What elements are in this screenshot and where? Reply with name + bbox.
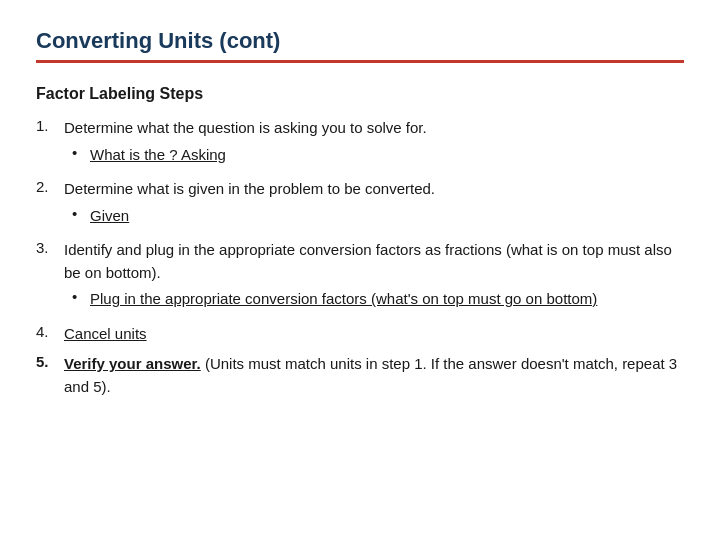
item-text: Determine what the question is asking yo… <box>64 117 684 140</box>
numbered-row: 2. Determine what is given in the proble… <box>36 178 684 201</box>
item-text: Cancel units <box>64 323 684 346</box>
subtitle: Factor Labeling Steps <box>36 85 684 103</box>
numbered-row: 1. Determine what the question is asking… <box>36 117 684 140</box>
list-item: 3. Identify and plug in the appropriate … <box>36 239 684 317</box>
list-item: 1. Determine what the question is asking… <box>36 117 684 172</box>
bullet-text: Plug in the appropriate conversion facto… <box>90 288 684 311</box>
item-text: Identify and plug in the appropriate con… <box>64 239 684 284</box>
bullet-row: • What is the ? Asking <box>36 144 684 167</box>
list-item: 4. Cancel units <box>36 323 684 348</box>
numbered-row: 3. Identify and plug in the appropriate … <box>36 239 684 284</box>
item-number: 5. <box>36 353 64 370</box>
item-number: 3. <box>36 239 64 256</box>
item-number: 1. <box>36 117 64 134</box>
content-list: 1. Determine what the question is asking… <box>36 117 684 406</box>
bullet-text: What is the ? Asking <box>90 144 684 167</box>
bullet-symbol: • <box>72 144 90 161</box>
numbered-row: 4. Cancel units <box>36 323 684 346</box>
item-text: Verify your answer. (Units must match un… <box>64 353 684 398</box>
title-section: Converting Units (cont) <box>36 28 684 77</box>
item-number: 2. <box>36 178 64 195</box>
numbered-row: 5. Verify your answer. (Units must match… <box>36 353 684 398</box>
list-item: 5. Verify your answer. (Units must match… <box>36 353 684 400</box>
verify-answer-bold: Verify your answer. <box>64 355 201 372</box>
bullet-symbol: • <box>72 205 90 222</box>
bullet-row: • Plug in the appropriate conversion fac… <box>36 288 684 311</box>
list-item: 2. Determine what is given in the proble… <box>36 178 684 233</box>
bullet-symbol: • <box>72 288 90 305</box>
slide-container: Converting Units (cont) Factor Labeling … <box>0 0 720 540</box>
slide-title: Converting Units (cont) <box>36 28 280 58</box>
bullet-text: Given <box>90 205 684 228</box>
title-underline <box>36 60 684 63</box>
item-text: Determine what is given in the problem t… <box>64 178 684 201</box>
item-number: 4. <box>36 323 64 340</box>
bullet-row: • Given <box>36 205 684 228</box>
